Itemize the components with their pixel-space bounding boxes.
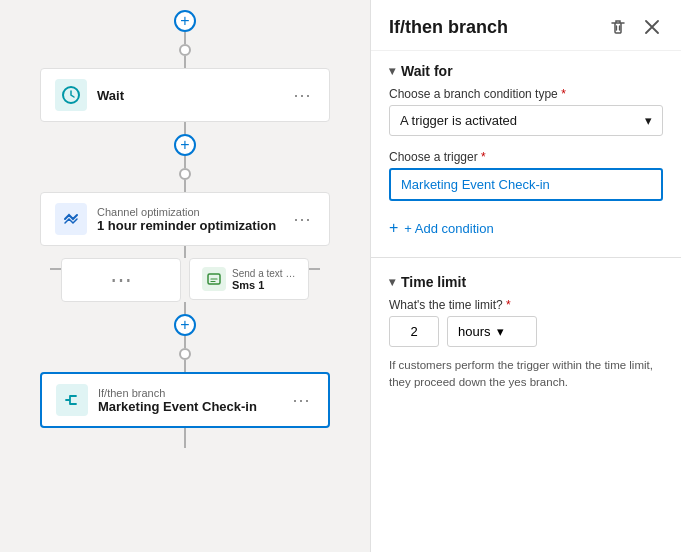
sms-title: Send a text mess — [232, 268, 297, 279]
trigger-value: Marketing Event Check-in — [401, 177, 550, 192]
delete-button[interactable] — [605, 16, 631, 38]
time-limit-header[interactable]: ▾ Time limit — [371, 262, 681, 298]
panel-title: If/then branch — [389, 17, 508, 38]
connector-4 — [184, 156, 186, 168]
add-condition-btn[interactable]: + + Add condition — [371, 215, 681, 253]
panel-header-actions — [605, 16, 663, 38]
time-unit-dropdown[interactable]: hours ▾ — [447, 316, 537, 347]
ifthen-subtitle: Marketing Event Check-in — [98, 399, 278, 414]
wait-title: Wait — [97, 88, 279, 103]
circle-3 — [179, 348, 191, 360]
branch-condition-label-text: Choose a branch condition type * — [371, 87, 681, 101]
ifthen-more-btn[interactable]: ⋯ — [288, 389, 314, 411]
time-limit-chevron: ▾ — [389, 275, 395, 289]
connector-9 — [184, 360, 186, 372]
chevron-down-icon: ▾ — [645, 113, 652, 128]
branch-condition-value: A trigger is activated — [400, 113, 517, 128]
panel-header: If/then branch — [371, 0, 681, 51]
wait-card[interactable]: Wait ⋯ — [40, 68, 330, 122]
circle-2 — [179, 168, 191, 180]
wait-for-header[interactable]: ▾ Wait for — [371, 51, 681, 87]
ifthen-card-text: If/then branch Marketing Event Check-in — [98, 387, 278, 414]
branch-line-right — [309, 268, 320, 270]
wait-card-text: Wait — [97, 88, 279, 103]
time-unit-chevron: ▾ — [497, 324, 504, 339]
time-value-input[interactable] — [389, 316, 439, 347]
add-button-3[interactable]: + — [174, 314, 196, 336]
channel-opt-card[interactable]: Channel optimization 1 hour reminder opt… — [40, 192, 330, 246]
wait-for-label: Wait for — [401, 63, 453, 79]
connector-5 — [184, 180, 186, 192]
connector-3 — [184, 122, 186, 134]
time-limit-label: Time limit — [401, 274, 466, 290]
branch-condition-required: * — [561, 87, 566, 101]
channel-title: 1 hour reminder optimization — [97, 218, 279, 233]
branch-left-more[interactable]: ⋯ — [106, 267, 136, 293]
branch-left-card[interactable]: ⋯ — [61, 258, 181, 302]
wait-more-btn[interactable]: ⋯ — [289, 84, 315, 106]
channel-more-btn[interactable]: ⋯ — [289, 208, 315, 230]
connector-2 — [184, 56, 186, 68]
time-limit-field-label: What's the time limit? * — [371, 298, 681, 312]
add-condition-label: + Add condition — [404, 221, 493, 236]
sms-card-text: Send a text mess Sms 1 — [232, 268, 297, 291]
ifthen-card[interactable]: If/then branch Marketing Event Check-in … — [40, 372, 330, 428]
connector-7 — [184, 302, 186, 314]
channel-subtitle-label: Channel optimization — [97, 206, 279, 218]
wait-icon — [55, 79, 87, 111]
trigger-label-text: Choose a trigger * — [371, 150, 681, 164]
time-unit-value: hours — [458, 324, 491, 339]
trigger-input[interactable]: Marketing Event Check-in — [389, 168, 663, 201]
sms-subtitle: Sms 1 — [232, 279, 297, 291]
connector-10 — [184, 428, 186, 448]
branch-condition-dropdown[interactable]: A trigger is activated ▾ — [389, 105, 663, 136]
time-limit-row: hours ▾ — [371, 316, 681, 357]
add-button-top[interactable]: + — [174, 10, 196, 32]
sms-card[interactable]: Send a text mess Sms 1 — [189, 258, 309, 300]
channel-card-text: Channel optimization 1 hour reminder opt… — [97, 206, 279, 233]
connector-8 — [184, 336, 186, 348]
hint-text: If customers perform the trigger within … — [371, 357, 681, 392]
ifthen-icon — [56, 384, 88, 416]
divider-1 — [371, 257, 681, 258]
add-button-2[interactable]: + — [174, 134, 196, 156]
ifthen-label: If/then branch — [98, 387, 278, 399]
circle-1 — [179, 44, 191, 56]
branch-line-left — [50, 268, 61, 270]
connector-1 — [184, 32, 186, 44]
trigger-required: * — [481, 150, 486, 164]
side-panel: If/then branch ▾ Wait for Choose a branc… — [370, 0, 681, 552]
channel-icon — [55, 203, 87, 235]
sms-icon — [202, 267, 226, 291]
time-limit-required: * — [506, 298, 511, 312]
add-condition-icon: + — [389, 219, 398, 237]
connector-6 — [184, 246, 186, 258]
workflow-canvas: + Wait ⋯ + — [0, 0, 370, 552]
wait-for-chevron: ▾ — [389, 64, 395, 78]
close-button[interactable] — [641, 18, 663, 36]
branch-split: ⋯ Send a text mess Sms 1 — [50, 258, 320, 302]
